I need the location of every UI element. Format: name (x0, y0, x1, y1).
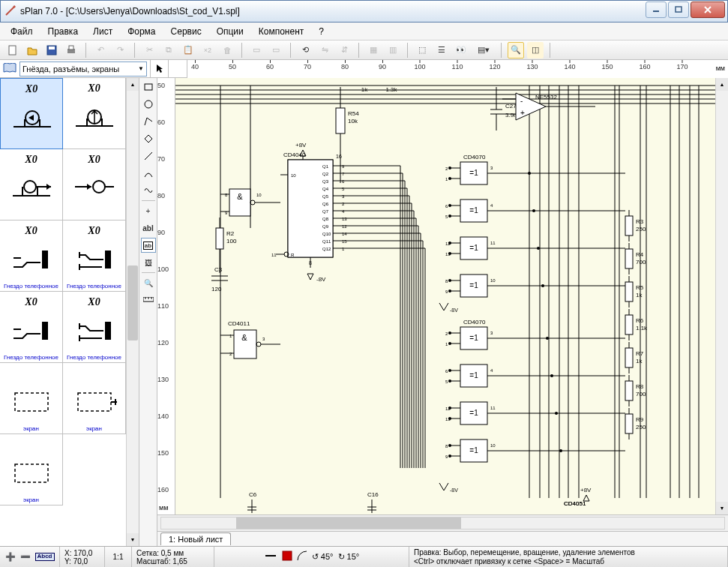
group-button[interactable]: ▦ (365, 42, 382, 58)
poly-tool[interactable] (141, 114, 156, 129)
status-icon-plus[interactable]: ➕ (5, 552, 16, 561)
svg-point-198 (448, 290, 451, 292)
print-button[interactable] (63, 42, 79, 58)
mirror-h-button[interactable]: ⇋ (316, 42, 333, 58)
text-tool[interactable]: abI (141, 220, 156, 236)
view-dropdown-button[interactable]: ▤▾ (472, 42, 495, 58)
paste-button[interactable]: 📋 (180, 42, 196, 58)
scroll-thumb[interactable] (127, 266, 138, 340)
canvas-hscrollbar[interactable] (160, 517, 725, 530)
svg-text:NE5532: NE5532 (535, 94, 557, 100)
zoom-tool[interactable]: 🔍 (141, 275, 156, 290)
line-tool[interactable] (141, 148, 156, 164)
magnify-button[interactable]: 🔍 (508, 42, 524, 58)
svg-rect-33 (145, 84, 152, 90)
cut-button[interactable]: ✂ (141, 42, 157, 58)
svg-text:5: 5 (445, 214, 448, 219)
svg-point-319 (541, 284, 544, 287)
library-combo[interactable]: Гнёзда, разъёмы, экраны ▼ (19, 62, 147, 76)
svg-text:5: 5 (342, 187, 345, 191)
delete-button[interactable]: 🗑 (219, 42, 235, 58)
menu-file[interactable]: Файл (7, 25, 36, 38)
rect-tool[interactable] (141, 80, 156, 94)
scroll-up-icon[interactable]: ▲ (127, 78, 139, 91)
svg-text:R6: R6 (636, 317, 644, 324)
menu-sheet[interactable]: Лист (90, 25, 115, 38)
circle-tool[interactable] (141, 97, 156, 112)
window-titlebar: sPlan 7.0 - [C:\Users\Jenya\Downloads\St… (0, 0, 728, 22)
palette-item[interactable]: экран (0, 434, 63, 506)
image-tool[interactable]: 🖼 (141, 255, 156, 270)
menu-options[interactable]: Опции (214, 25, 247, 38)
status-icon-abcd[interactable]: Abcd (35, 553, 55, 561)
polygon-tool[interactable] (141, 131, 156, 146)
ratio-cell[interactable]: 1:1 (105, 547, 132, 567)
hscroll-thumb[interactable] (236, 518, 461, 529)
status-fill-icon[interactable] (282, 550, 292, 562)
window-minimize-button[interactable] (646, 2, 667, 18)
window-maximize-button[interactable] (668, 2, 689, 18)
front-button[interactable]: ▭ (248, 42, 265, 58)
schematic-canvas[interactable]: R5410k1k1.3kC273.9n-+NE5532+8VCD404016Q1… (175, 78, 715, 514)
vertical-ruler: мм 5060708090100110120130140150160 (157, 78, 175, 514)
status-angle2[interactable]: ↻ 15° (338, 552, 360, 561)
palette-item[interactable]: X0Гнездо телефонное (0, 220, 63, 292)
rotate-ccw-button[interactable]: ⟲ (297, 42, 313, 58)
menu-form[interactable]: Форма (124, 25, 158, 38)
palette-item[interactable]: экран (63, 363, 126, 434)
status-arc-icon[interactable] (297, 550, 307, 562)
palette-scrollbar[interactable]: ▲ ▼ (126, 78, 139, 546)
menu-edit[interactable]: Правка (45, 25, 82, 38)
svg-rect-2 (676, 7, 682, 12)
open-button[interactable] (24, 42, 40, 58)
palette-item[interactable]: X0 (63, 149, 126, 220)
freehand-tool[interactable] (141, 183, 156, 198)
new-button[interactable] (4, 42, 21, 58)
svg-text:700: 700 (636, 259, 646, 266)
svg-text:2: 2 (445, 166, 448, 171)
window-close-button[interactable] (691, 2, 725, 18)
menu-help[interactable]: ? (316, 25, 327, 38)
vscroll-up-icon[interactable]: ▲ (716, 78, 728, 91)
menu-component[interactable]: Компонент (256, 25, 307, 38)
back-button[interactable]: ▭ (268, 42, 284, 58)
find-button[interactable]: 👀 (453, 42, 469, 58)
vscroll-down-icon[interactable]: ▼ (716, 502, 728, 514)
palette-item[interactable]: X0 (0, 78, 63, 149)
select-area-button[interactable]: ⬚ (414, 42, 430, 58)
menu-service[interactable]: Сервис (168, 25, 205, 38)
save-button[interactable] (43, 42, 60, 58)
measure-tool[interactable] (141, 292, 156, 308)
highlight-button[interactable]: ◫ (527, 42, 544, 58)
palette-item[interactable]: X0Гнездо телефонное (0, 292, 63, 363)
sheet-tab[interactable]: 1: Новый лист (160, 532, 231, 545)
status-icon-minus[interactable]: ➖ (20, 552, 31, 561)
svg-text:10: 10 (490, 443, 496, 448)
scroll-down-icon[interactable]: ▼ (127, 533, 139, 546)
status-angle1[interactable]: ↺ 45° (312, 552, 334, 561)
svg-text:-8V: -8V (450, 308, 458, 313)
palette-item[interactable]: экран (0, 363, 63, 434)
svg-rect-28 (15, 393, 48, 411)
duplicate-button[interactable]: ×2 (199, 42, 216, 58)
canvas-vscrollbar[interactable]: ▲ ▼ (715, 78, 728, 514)
palette-item[interactable]: X0 (63, 78, 126, 149)
svg-text:3: 3 (342, 194, 345, 199)
pointer-tool-icon[interactable] (151, 60, 169, 77)
node-tool[interactable]: + (141, 203, 156, 218)
palette-item[interactable]: X0Гнездо телефонное (63, 292, 126, 363)
undo-button[interactable]: ↶ (92, 42, 109, 58)
redo-button[interactable]: ↷ (112, 42, 128, 58)
ungroup-button[interactable]: ▥ (385, 42, 401, 58)
list-button[interactable]: ☰ (433, 42, 450, 58)
palette-item[interactable]: X0Гнездо телефонное (63, 220, 126, 292)
palette-item[interactable]: X0 (0, 149, 63, 220)
bezier-tool[interactable] (141, 166, 156, 181)
svg-text:Q3: Q3 (322, 179, 329, 184)
svg-text:+8V: +8V (580, 487, 592, 494)
svg-text:Q5: Q5 (322, 194, 329, 199)
status-pen-icon[interactable] (264, 550, 277, 562)
copy-button[interactable]: ⧉ (160, 42, 177, 58)
textframe-tool[interactable]: ab (141, 238, 156, 253)
mirror-v-button[interactable]: ⇵ (336, 42, 352, 58)
